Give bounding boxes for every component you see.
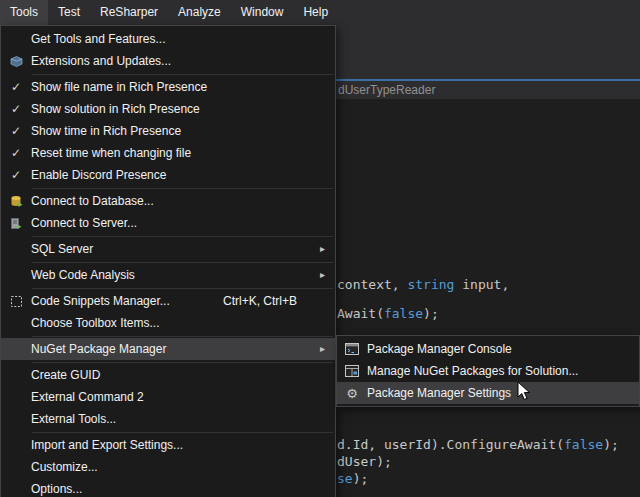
menu-item-label: Connect to Database... bbox=[31, 194, 335, 208]
menu-item-label: Options... bbox=[31, 482, 335, 496]
menu-item-external-tools[interactable]: External Tools... bbox=[1, 408, 335, 430]
checkmark-icon: ✓ bbox=[11, 81, 21, 93]
vs-window: Tools Test ReSharper Analyze Window Help… bbox=[0, 0, 640, 497]
menu-item-label: Show file name in Rich Presence bbox=[31, 80, 335, 94]
database-icon bbox=[10, 195, 23, 208]
console-icon bbox=[345, 343, 359, 355]
menu-separator bbox=[32, 288, 333, 289]
gear-icon: ⚙ bbox=[346, 387, 358, 400]
menu-item-reset-time[interactable]: ✓ Reset time when changing file bbox=[1, 142, 335, 164]
code-line: d.Id, userId).ConfigureAwait(false); bbox=[337, 437, 619, 452]
submenu-arrow-icon: ▸ bbox=[320, 344, 325, 354]
menu-item-label: NuGet Package Manager bbox=[31, 342, 335, 356]
menu-separator bbox=[32, 236, 333, 237]
server-icon bbox=[10, 217, 23, 230]
menu-item-label: Enable Discord Presence bbox=[31, 168, 335, 182]
menu-item-show-time[interactable]: ✓ Show time in Rich Presence bbox=[1, 120, 335, 142]
menu-item-customize[interactable]: Customize... bbox=[1, 456, 335, 478]
menu-item-sql-server[interactable]: SQL Server ▸ bbox=[1, 238, 335, 260]
menu-item-label: Choose Toolbox Items... bbox=[31, 316, 335, 330]
menu-item-extensions-and-updates[interactable]: Extensions and Updates... bbox=[1, 50, 335, 72]
menu-item-options[interactable]: Options... bbox=[1, 478, 335, 497]
menu-item-label: Get Tools and Features... bbox=[31, 32, 335, 46]
menubar-item-analyze[interactable]: Analyze bbox=[168, 0, 231, 25]
menu-item-show-file-name[interactable]: ✓ Show file name in Rich Presence bbox=[1, 76, 335, 98]
menu-item-label: Connect to Server... bbox=[31, 216, 335, 230]
mouse-cursor bbox=[517, 381, 531, 401]
menu-item-choose-toolbox-items[interactable]: Choose Toolbox Items... bbox=[1, 312, 335, 334]
menu-item-label: SQL Server bbox=[31, 242, 335, 256]
menu-item-label: Customize... bbox=[31, 460, 335, 474]
menu-item-import-export-settings[interactable]: Import and Export Settings... bbox=[1, 434, 335, 456]
navigation-bar-text: dUserTypeReader bbox=[338, 81, 435, 99]
menubar-item-resharper[interactable]: ReSharper bbox=[90, 0, 168, 25]
menu-item-enable-discord-presence[interactable]: ✓ Enable Discord Presence bbox=[1, 164, 335, 186]
menu-bar: Tools Test ReSharper Analyze Window Help bbox=[0, 0, 640, 25]
code-line: Await(false); bbox=[337, 306, 439, 321]
menu-item-get-tools-and-features[interactable]: Get Tools and Features... bbox=[1, 28, 335, 50]
menu-separator bbox=[32, 336, 333, 337]
menubar-item-test[interactable]: Test bbox=[48, 0, 90, 25]
menu-item-label: Manage NuGet Packages for Solution... bbox=[367, 364, 639, 378]
menu-item-connect-to-server[interactable]: Connect to Server... bbox=[1, 212, 335, 234]
code-line: se); bbox=[337, 471, 368, 486]
submenu-item-package-manager-settings[interactable]: ⚙ Package Manager Settings bbox=[337, 382, 639, 404]
packages-grid-icon bbox=[345, 365, 359, 377]
menu-item-connect-to-database[interactable]: Connect to Database... bbox=[1, 190, 335, 212]
code-line: context, string input, bbox=[337, 277, 509, 292]
code-line: dUser); bbox=[337, 454, 392, 469]
menubar-item-help[interactable]: Help bbox=[293, 0, 338, 25]
submenu-item-manage-nuget-packages[interactable]: Manage NuGet Packages for Solution... bbox=[337, 360, 639, 382]
menu-item-create-guid[interactable]: Create GUID bbox=[1, 364, 335, 386]
menu-item-label: Extensions and Updates... bbox=[31, 54, 335, 68]
menu-item-label: Show solution in Rich Presence bbox=[31, 102, 335, 116]
menu-item-shortcut: Ctrl+K, Ctrl+B bbox=[223, 294, 297, 308]
menu-separator bbox=[32, 262, 333, 263]
menu-separator bbox=[32, 432, 333, 433]
checkmark-icon: ✓ bbox=[11, 125, 21, 137]
checkmark-icon: ✓ bbox=[11, 103, 21, 115]
tools-menu: Get Tools and Features... Extensions and… bbox=[0, 25, 336, 497]
menubar-item-tools[interactable]: Tools bbox=[0, 0, 48, 25]
menu-item-label: External Command 2 bbox=[31, 390, 335, 404]
menu-item-nuget-package-manager[interactable]: NuGet Package Manager ▸ bbox=[1, 338, 335, 360]
menu-item-label: Import and Export Settings... bbox=[31, 438, 335, 452]
menu-separator bbox=[32, 74, 333, 75]
submenu-arrow-icon: ▸ bbox=[320, 244, 325, 254]
menu-item-label: Package Manager Settings bbox=[367, 386, 639, 400]
menu-item-label: Package Manager Console bbox=[367, 342, 639, 356]
checkmark-icon: ✓ bbox=[11, 147, 21, 159]
menubar-item-window[interactable]: Window bbox=[231, 0, 294, 25]
menu-item-code-snippets-manager[interactable]: Code Snippets Manager... Ctrl+K, Ctrl+B bbox=[1, 290, 335, 312]
menu-separator bbox=[32, 188, 333, 189]
menu-item-label: Create GUID bbox=[31, 368, 335, 382]
menu-item-label: Show time in Rich Presence bbox=[31, 124, 335, 138]
menu-item-show-solution[interactable]: ✓ Show solution in Rich Presence bbox=[1, 98, 335, 120]
menu-item-label: Web Code Analysis bbox=[31, 268, 335, 282]
submenu-arrow-icon: ▸ bbox=[320, 270, 325, 280]
menu-item-external-command-2[interactable]: External Command 2 bbox=[1, 386, 335, 408]
checkmark-icon: ✓ bbox=[11, 169, 21, 181]
snippets-icon bbox=[10, 295, 23, 308]
menu-item-label: Reset time when changing file bbox=[31, 146, 335, 160]
extensions-icon bbox=[10, 55, 23, 68]
submenu-item-package-manager-console[interactable]: Package Manager Console bbox=[337, 338, 639, 360]
nuget-submenu: Package Manager Console Manage NuGet Pac… bbox=[336, 335, 640, 407]
menu-item-web-code-analysis[interactable]: Web Code Analysis ▸ bbox=[1, 264, 335, 286]
menu-item-label: External Tools... bbox=[31, 412, 335, 426]
menu-separator bbox=[32, 362, 333, 363]
